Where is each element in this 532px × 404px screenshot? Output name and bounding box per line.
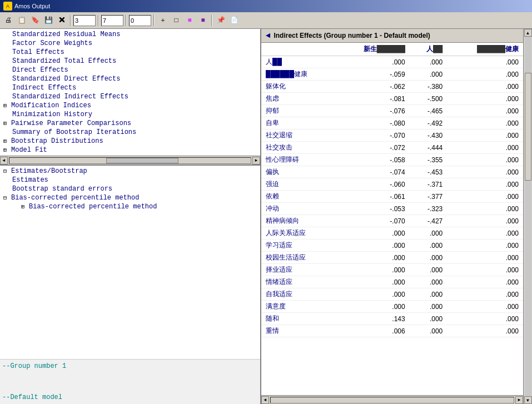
tree-item-bootstrap-errors[interactable]: Bootstrap standard errors: [1, 184, 259, 193]
sep4: [153, 15, 155, 26]
col-header-3: ██████健康: [447, 43, 523, 56]
row-col3: .000: [447, 81, 523, 93]
row-col2: -.323: [410, 203, 448, 215]
row-label: 抑郁: [261, 105, 334, 117]
right-bottom-scroll[interactable]: ◄ ►: [261, 395, 523, 404]
purple-button[interactable]: ■: [197, 14, 209, 27]
row-col3: .000: [447, 264, 523, 276]
table-row: 性心理障碍-.058-.355.000: [261, 154, 523, 166]
table-row: 校园生活适应.000.000.000: [261, 252, 523, 264]
table-header-row: 新生██████ 人██ ██████健康: [261, 43, 523, 56]
tree-spacer: [0, 321, 260, 359]
tree-item-indirect-effects[interactable]: Indirect Effects: [1, 83, 259, 92]
row-label: 依赖: [261, 191, 334, 203]
tree-item-bootstrap-summary[interactable]: Summary of Bootstrap Iterations: [1, 128, 259, 137]
tree-item-bias-corrected-inner[interactable]: ⊞Bias-corrected percentile method: [1, 202, 259, 211]
row-col3: .000: [447, 117, 523, 129]
row-col1: .143: [334, 313, 410, 325]
row-label: 冲动: [261, 203, 334, 215]
table-row: 重情.006.000.000: [261, 325, 523, 337]
r-scroll-right[interactable]: ►: [515, 396, 523, 404]
h-scroll-right[interactable]: ►: [252, 157, 260, 164]
row-col1: .000: [334, 240, 410, 252]
row-col3: .000: [447, 191, 523, 203]
tree-item-estimates-bootstrap[interactable]: ⊟Estimates/Bootstrap: [1, 167, 259, 176]
tree-item-model-fit[interactable]: ⊞Model Fit: [1, 146, 259, 154]
table-row: 躯体化-.062-.380.000: [261, 81, 523, 93]
input2[interactable]: [101, 15, 123, 26]
data-table: 新生██████ 人██ ██████健康 人██.000.000.000███…: [261, 43, 523, 337]
row-label: 强迫: [261, 178, 334, 191]
row-col1: .000: [334, 227, 410, 240]
plus-button[interactable]: ＋: [157, 14, 169, 27]
row-col1: -.070: [334, 215, 410, 227]
col-header-2: 人██: [410, 43, 448, 56]
tree-item-direct-effects[interactable]: Direct Effects: [1, 66, 259, 74]
tree-item-bias-corrected-outer[interactable]: ⊟Bias-corrected percentile method: [1, 193, 259, 202]
right-panel-header: ◄ Indirect Effects (Group number 1 - Def…: [261, 29, 523, 43]
row-label: 社交攻击: [261, 142, 334, 154]
row-label: 人██: [261, 56, 334, 68]
row-label: 精神病倾向: [261, 215, 334, 227]
r-scroll-left[interactable]: ◄: [261, 396, 269, 404]
close-button[interactable]: 🗙: [56, 14, 68, 27]
row-col3: .000: [447, 240, 523, 252]
pink-button[interactable]: ■: [183, 14, 196, 27]
tree-item-factor-score[interactable]: Factor Score Weights: [1, 39, 259, 48]
tree-item-estimates[interactable]: Estimates: [1, 176, 259, 184]
v-scroll-thumb[interactable]: [525, 73, 531, 181]
right-header-title: Indirect Effects (Group number 1 - Defau…: [274, 32, 430, 39]
row-label: 躯体化: [261, 81, 334, 93]
h-scroll-thumb[interactable]: [106, 158, 178, 163]
v-scrollbar[interactable]: ▲ ▼: [523, 29, 532, 404]
row-col2: -.465: [410, 105, 448, 117]
group-section: --Group number 1 --Default model: [0, 359, 260, 404]
tree-item-minimization[interactable]: Minimization History: [1, 110, 259, 119]
row-col3: .000: [447, 93, 523, 105]
header-arrow[interactable]: ◄: [266, 31, 270, 40]
row-col1: -.076: [334, 105, 410, 117]
table-row: 情绪适应.000.000.000: [261, 276, 523, 288]
row-col3: .000: [447, 129, 523, 142]
tree-item-standardized-total[interactable]: Standardized Total Effects: [1, 57, 259, 66]
row-label: 学习适应: [261, 240, 334, 252]
tree-item-modification[interactable]: ⊞Modification Indices: [1, 101, 259, 110]
bookmark-button[interactable]: 🔖: [29, 14, 41, 27]
v-scroll-down[interactable]: ▼: [524, 396, 532, 404]
tree-item-pairwise[interactable]: ⊞Pairwise Parameter Comparisons: [1, 119, 259, 128]
model-label: --Default model: [2, 393, 258, 402]
row-label: 自卑: [261, 117, 334, 129]
tree-item-bootstrap-dist[interactable]: ⊞Bootstrap Distributions: [1, 137, 259, 146]
v-scroll-up[interactable]: ▲: [524, 29, 532, 37]
input1[interactable]: [73, 15, 96, 26]
row-col2: -.371: [410, 178, 448, 191]
pin-button[interactable]: 📌: [215, 14, 227, 27]
h-scrollbar[interactable]: ◄ ►: [0, 156, 260, 164]
view-button[interactable]: 📄: [228, 14, 240, 27]
input3[interactable]: [129, 15, 151, 26]
tree-item-standardized-direct[interactable]: Standardized Direct Effects: [1, 74, 259, 83]
print-button[interactable]: 🖨: [2, 14, 14, 27]
row-col1: -.059: [334, 68, 410, 81]
h-scroll-left[interactable]: ◄: [0, 157, 8, 164]
row-col3: .000: [447, 56, 523, 68]
tree-item-standardized-indirect[interactable]: Standardized Indirect Effects: [1, 92, 259, 101]
row-label: 重情: [261, 325, 334, 337]
table-row: 强迫-.060-.371.000: [261, 178, 523, 191]
row-label: 自我适应: [261, 288, 334, 301]
tree-item-total-effects[interactable]: Total Effects: [1, 48, 259, 57]
row-col1: -.061: [334, 191, 410, 203]
row-col3: .000: [447, 252, 523, 264]
box-button[interactable]: □: [170, 14, 182, 27]
row-col2: .000: [410, 325, 448, 337]
table-row: 社交攻击-.072-.444.000: [261, 142, 523, 154]
group-spacer: [2, 371, 258, 393]
copy-button[interactable]: 📋: [16, 14, 28, 27]
table-row: 偏执-.074-.453.000: [261, 166, 523, 178]
tree-item-standardized-residual[interactable]: Standardized Residual Means: [1, 30, 259, 39]
upper-tree: Standardized Residual Means Factor Score…: [0, 29, 260, 156]
row-col1: -.072: [334, 142, 410, 154]
save-button[interactable]: 💾: [42, 14, 54, 27]
row-col1: .000: [334, 252, 410, 264]
row-col3: .000: [447, 301, 523, 313]
